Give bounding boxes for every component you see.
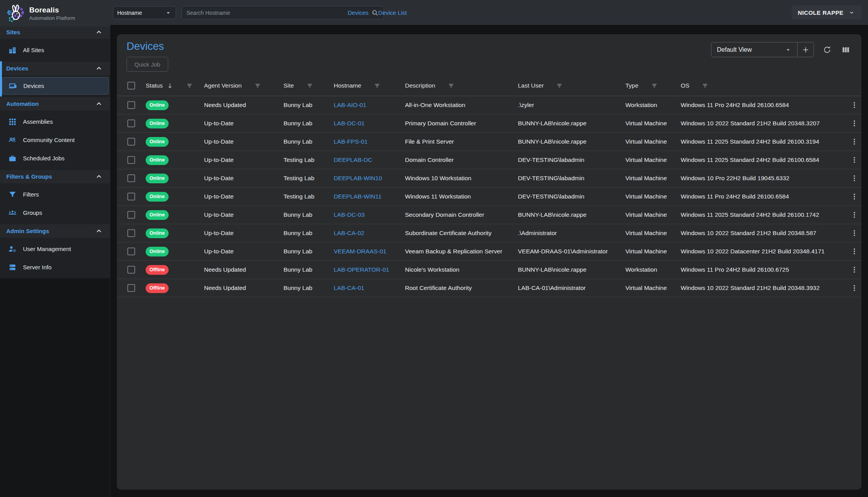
breadcrumb-devices[interactable]: Devices xyxy=(348,9,368,16)
row-actions-button[interactable] xyxy=(847,284,861,292)
search-field-selector[interactable]: Hostname xyxy=(113,6,176,19)
site-cell: Bunny Lab xyxy=(283,211,334,218)
sidebar-item-community-content[interactable]: Community Content xyxy=(0,131,110,149)
row-actions-button[interactable] xyxy=(847,119,861,127)
sidebar-section-sites[interactable]: Sites xyxy=(0,25,110,39)
columns-button[interactable] xyxy=(840,44,851,55)
user-gear-icon xyxy=(8,245,17,253)
row-actions-button[interactable] xyxy=(847,101,861,109)
column-header-label: Last User xyxy=(518,82,544,89)
column-header-type[interactable]: Type xyxy=(625,82,681,90)
sidebar-section-items: FiltersGroups xyxy=(0,183,110,224)
site-cell: Bunny Lab xyxy=(283,266,334,273)
sidebar-item-label: Filters xyxy=(23,191,39,198)
column-header-description[interactable]: Description xyxy=(405,82,518,90)
sidebar-item-all-sites[interactable]: All Sites xyxy=(0,41,110,59)
row-actions-button[interactable] xyxy=(847,229,861,237)
filter-icon[interactable] xyxy=(254,82,261,90)
refresh-button[interactable] xyxy=(822,44,833,55)
row-checkbox[interactable] xyxy=(127,174,135,182)
sidebar-item-label: Scheduled Jobs xyxy=(23,155,65,162)
last-user-cell: BUNNY-LAB\nicole.rappe xyxy=(518,138,625,145)
row-actions-button[interactable] xyxy=(847,174,861,182)
filter-icon[interactable] xyxy=(651,82,658,90)
sidebar-item-label: Devices xyxy=(23,83,44,89)
column-header-hostname[interactable]: Hostname xyxy=(334,82,405,90)
column-header-label: OS xyxy=(681,82,689,89)
row-checkbox[interactable] xyxy=(127,156,135,164)
hostname-link[interactable]: DEEPLAB-DC xyxy=(334,156,372,163)
user-menu-button[interactable]: NICOLE RAPPE xyxy=(792,5,861,19)
select-all-checkbox[interactable] xyxy=(127,82,135,90)
column-header-agent-version[interactable]: Agent Version xyxy=(204,82,283,90)
hostname-link[interactable]: VEEAM-DRAAS-01 xyxy=(334,248,386,255)
hostname-link[interactable]: LAB-CA-02 xyxy=(334,230,364,236)
column-header-os[interactable]: OS xyxy=(681,82,847,90)
filter-icon[interactable] xyxy=(701,82,709,90)
hostname-link[interactable]: DEEPLAB-WIN11 xyxy=(334,193,382,200)
filter-icon[interactable] xyxy=(373,82,381,90)
site-cell: Testing Lab xyxy=(283,193,334,200)
sidebar-section-admin-settings[interactable]: Admin Settings xyxy=(0,224,110,238)
hostname-link[interactable]: LAB-DC-03 xyxy=(334,211,364,218)
row-checkbox[interactable] xyxy=(127,193,135,200)
hostname-link[interactable]: LAB-FPS-01 xyxy=(334,138,368,145)
row-actions-button[interactable] xyxy=(847,156,861,164)
filter-icon[interactable] xyxy=(556,82,563,90)
column-header-last-user[interactable]: Last User xyxy=(518,82,625,90)
hostname-link[interactable]: DEEPLAB-WIN10 xyxy=(334,175,382,181)
search-input[interactable] xyxy=(187,10,371,16)
sidebar: SitesAll SitesDevicesDevicesAutomationAs… xyxy=(0,25,110,497)
table-row: OnlineNeeds UpdatedBunny LabLAB-AIO-01Al… xyxy=(117,96,861,114)
sidebar-section-filters-groups[interactable]: Filters & Groups xyxy=(0,169,110,183)
add-view-button[interactable] xyxy=(797,42,813,57)
breadcrumb-device-list[interactable]: Device List xyxy=(378,9,407,16)
view-selector[interactable]: Default View xyxy=(711,42,797,57)
quick-job-button[interactable]: Quick Job xyxy=(127,57,168,72)
status-badge: Online xyxy=(146,100,169,110)
filter-icon[interactable] xyxy=(447,82,455,90)
row-actions-button[interactable] xyxy=(847,138,861,146)
hostname-link[interactable]: LAB-AIO-01 xyxy=(334,102,366,108)
sidebar-item-filters[interactable]: Filters xyxy=(0,185,110,204)
hostname-link[interactable]: LAB-DC-01 xyxy=(334,120,364,126)
row-checkbox[interactable] xyxy=(127,138,135,146)
row-actions-button[interactable] xyxy=(847,248,861,255)
hostname-link[interactable]: LAB-CA-01 xyxy=(334,285,364,291)
row-checkbox[interactable] xyxy=(127,248,135,255)
borealis-rabbit-logo-icon xyxy=(6,4,25,23)
row-actions-button[interactable] xyxy=(847,193,861,200)
row-actions-button[interactable] xyxy=(847,211,861,219)
row-checkbox[interactable] xyxy=(127,229,135,237)
type-cell: Virtual Machine xyxy=(625,175,681,182)
row-checkbox[interactable] xyxy=(127,211,135,219)
chevron-up-icon xyxy=(95,28,103,36)
row-checkbox[interactable] xyxy=(127,119,135,127)
status-badge: Online xyxy=(146,174,169,183)
sidebar-item-user-management[interactable]: User Management xyxy=(0,240,110,258)
column-header-site[interactable]: Site xyxy=(283,82,334,90)
status-cell: Online xyxy=(146,155,204,165)
brand-logo-area: Borealis Automation Platform xyxy=(0,0,110,26)
row-checkbox[interactable] xyxy=(127,101,135,109)
hostname-link[interactable]: LAB-OPERATOR-01 xyxy=(334,266,389,273)
sidebar-item-assemblies[interactable]: Assemblies xyxy=(0,112,110,131)
row-actions-button[interactable] xyxy=(847,266,861,274)
sidebar-section-devices[interactable]: Devices xyxy=(0,61,110,75)
site-cell: Bunny Lab xyxy=(283,285,334,292)
sort-desc-icon[interactable] xyxy=(166,82,174,90)
agent-version-cell: Up-to-Date xyxy=(204,193,283,200)
sidebar-item-scheduled-jobs[interactable]: Scheduled Jobs xyxy=(0,149,110,167)
sidebar-item-groups[interactable]: Groups xyxy=(0,204,110,222)
sidebar-item-server-info[interactable]: Server Info xyxy=(0,258,110,276)
row-checkbox[interactable] xyxy=(127,266,135,274)
status-cell: Online xyxy=(146,192,204,202)
sidebar-item-devices[interactable]: Devices xyxy=(2,77,109,95)
agent-version-cell: Up-to-Date xyxy=(204,230,283,237)
filter-icon[interactable] xyxy=(306,82,313,90)
row-checkbox[interactable] xyxy=(127,284,135,292)
sidebar-section-automation[interactable]: Automation xyxy=(0,97,110,111)
column-header-status[interactable]: Status xyxy=(146,82,204,90)
filter-icon[interactable] xyxy=(186,82,193,90)
type-cell: Virtual Machine xyxy=(625,138,681,145)
